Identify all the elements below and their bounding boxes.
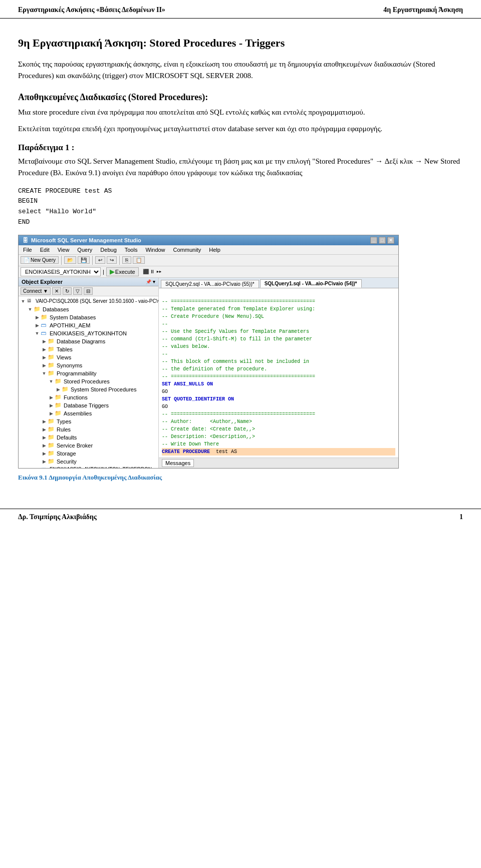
- code-line4: END: [18, 218, 30, 226]
- tree-item-stored-procedures[interactable]: ▼ 📁 Stored Procedures: [19, 377, 158, 385]
- menu-file[interactable]: File: [22, 246, 34, 253]
- tree-item-apothiki[interactable]: ▶ 🗃 APOTHIKI_AEM: [19, 321, 158, 329]
- screenshot: 🗄 Microsoft SQL Server Management Studio…: [18, 235, 399, 469]
- tree-item-types[interactable]: ▶ 📁 Types: [19, 417, 158, 425]
- db-icon-enoikiaseis: 🗃: [41, 330, 49, 337]
- tree-item-views[interactable]: ▶ 📁 Views: [19, 353, 158, 361]
- collapse-button[interactable]: ⊟: [84, 287, 93, 295]
- query-tab-1[interactable]: SQLQuery2.sql - VA...aio-PC\vaio (55))*: [161, 280, 259, 288]
- folder-icon-db-triggers: 📁: [55, 402, 63, 409]
- folder-icon-functions: 📁: [55, 394, 63, 401]
- tree-label-enoikiaseis: ENOIKIASEIS_AYTOKINHTON: [50, 330, 127, 336]
- folder-icon-tables: 📁: [48, 346, 56, 353]
- tree-toggle-service-broker: ▶: [41, 443, 48, 448]
- tree-item-rules[interactable]: ▶ 📁 Rules: [19, 425, 158, 433]
- query-tab-2[interactable]: SQLQuery1.sql - VA...aio-PC\vaio (54))*: [260, 279, 362, 288]
- toolbar-save-button[interactable]: 💾: [78, 256, 90, 264]
- toolbar-sep1: [61, 256, 62, 265]
- tree-label-system-dbs: System Databases: [50, 314, 96, 320]
- section-title: Αποθηκευμένες Διαδικασίες (Stored Proced…: [18, 92, 463, 103]
- tree-item-enoikiaseis[interactable]: ▼ 🗃 ENOIKIASEIS_AYTOKINHTON: [19, 329, 158, 337]
- tree-label-types: Types: [57, 418, 71, 424]
- menu-help[interactable]: Help: [207, 246, 222, 253]
- tree-toggle-functions: ▶: [48, 395, 55, 400]
- code-line1: CREATE PROCEDURE test AS: [18, 187, 112, 195]
- toolbar-copy-button[interactable]: ⎘: [122, 256, 131, 264]
- tree-item-system-dbs[interactable]: ▶ 📁 System Databases: [19, 313, 158, 321]
- filter-button[interactable]: ▽: [73, 287, 82, 295]
- folder-icon-security-db: 📁: [48, 458, 56, 465]
- tree-item-databases[interactable]: ▼ 📁 Databases: [19, 305, 158, 313]
- tree-item-db-triggers[interactable]: ▶ 📁 Database Triggers: [19, 401, 158, 409]
- tree-item-tables[interactable]: ▶ 📁 Tables: [19, 345, 158, 353]
- toolbar-sep3: [119, 256, 120, 265]
- tree-label-security-db: Security: [57, 459, 77, 465]
- window-controls[interactable]: _ □ ✕: [370, 237, 394, 244]
- tree-item-teiserron[interactable]: ▶ 🗃 ENOIKIASEIS_AYTOKINHTON_TEISERRON: [19, 466, 158, 468]
- tree-item-security-db[interactable]: ▶ 📁 Security: [19, 458, 158, 466]
- tree-item-server[interactable]: ▼ 🖥 VAIO-PC\SQL2008 (SQL Server 10.50.16…: [19, 297, 158, 305]
- tree-item-defaults[interactable]: ▶ 📁 Defaults: [19, 433, 158, 442]
- menu-window[interactable]: Window: [144, 246, 166, 253]
- menu-tools[interactable]: Tools: [123, 246, 139, 253]
- tree-toggle-storage: ▶: [41, 451, 48, 456]
- titlebar-left: 🗄 Microsoft SQL Server Management Studio: [23, 237, 141, 243]
- new-query-icon: 📄: [24, 257, 30, 263]
- menu-community[interactable]: Community: [172, 246, 203, 253]
- server-icon: 🖥: [27, 298, 35, 305]
- tree-item-storage[interactable]: ▶ 📁 Storage: [19, 450, 158, 458]
- menu-edit[interactable]: Edit: [39, 246, 51, 253]
- toolbar-open-button[interactable]: 📂: [64, 256, 76, 264]
- folder-icon-synonyms: 📁: [48, 362, 56, 369]
- tree-item-assemblies[interactable]: ▶ 📁 Assemblies: [19, 409, 158, 417]
- tree-label-db-triggers: Database Triggers: [64, 402, 109, 408]
- folder-icon-diagrams: 📁: [48, 338, 56, 345]
- object-explorer-title: Object Explorer 📌 ▾: [19, 278, 158, 286]
- intro-text: Σκοπός της παρούσας εργαστηριακής άσκηση…: [18, 59, 463, 82]
- minimize-button[interactable]: _: [370, 237, 377, 244]
- tree-item-synonyms[interactable]: ▶ 📁 Synonyms: [19, 361, 158, 369]
- tree-item-functions[interactable]: ▶ 📁 Functions: [19, 393, 158, 401]
- folder-icon-programmability: 📁: [48, 370, 56, 377]
- ssms-menubar: File Edit View Query Debug Tools Window …: [19, 245, 398, 255]
- refresh-button[interactable]: ↻: [63, 287, 72, 295]
- tree-label-tables: Tables: [57, 346, 73, 352]
- restore-button[interactable]: □: [379, 237, 386, 244]
- new-query-button[interactable]: 📄 New Query: [21, 256, 59, 264]
- connect-button[interactable]: Connect ▼: [21, 287, 51, 295]
- ssms-toolbar: 📄 New Query 📂 💾 ↩ ↪ ⎘ 📋: [19, 255, 398, 266]
- tree-toggle-db-triggers: ▶: [48, 403, 55, 408]
- tree-toggle-rules: ▶: [41, 427, 48, 432]
- messages-tab[interactable]: Messages: [162, 459, 194, 467]
- tree-item-service-broker[interactable]: ▶ 📁 Service Broker: [19, 442, 158, 450]
- messages-bar: Messages: [159, 458, 398, 468]
- folder-icon-defaults: 📁: [48, 434, 56, 441]
- footer-author: Δρ. Τσιμπίρης Αλκιβιάδης: [18, 513, 97, 521]
- toolbar-paste-button[interactable]: 📋: [133, 256, 145, 264]
- toolbar-debug-icons: ⬛ ⏸ ▶▶: [143, 269, 162, 274]
- titlebar-text: Microsoft SQL Server Management Studio: [31, 237, 141, 243]
- tree-item-diagrams[interactable]: ▶ 📁 Database Diagrams: [19, 337, 158, 345]
- tree-item-system-sps[interactable]: ▶ 📁 System Stored Procedures: [19, 385, 158, 393]
- toolbar-undo-button[interactable]: ↩: [95, 256, 105, 264]
- folder-icon-assemblies: 📁: [55, 410, 63, 417]
- execute-button[interactable]: ▶ Execute: [106, 267, 139, 276]
- disconnect-button[interactable]: ✕: [52, 287, 61, 295]
- toolbar-redo-button[interactable]: ↪: [107, 256, 117, 264]
- menu-view[interactable]: View: [56, 246, 71, 253]
- tree-label-diagrams: Database Diagrams: [57, 338, 105, 344]
- header-left: Εργαστηριακές Ασκήσεις «Βάσεις Δεδομένων…: [18, 6, 165, 14]
- menu-debug[interactable]: Debug: [99, 246, 118, 253]
- tree-label-system-sps: System Stored Procedures: [71, 386, 136, 392]
- tree-item-programmability[interactable]: ▼ 📁 Programmability: [19, 369, 158, 377]
- tree-toggle-diagrams: ▶: [41, 339, 48, 344]
- tree-toggle-enoikiaseis: ▼: [34, 331, 41, 336]
- close-button[interactable]: ✕: [387, 237, 394, 244]
- tree-label-rules: Rules: [57, 426, 71, 432]
- menu-query[interactable]: Query: [76, 246, 94, 253]
- tree-toggle: ▼: [20, 299, 27, 304]
- query-editor[interactable]: -- =====================================…: [159, 288, 398, 458]
- tree-label-defaults: Defaults: [57, 435, 77, 441]
- execute-icon: ▶: [110, 268, 114, 275]
- database-selector[interactable]: ENOIKIASEIS_AYTOKINHTON: [21, 267, 101, 276]
